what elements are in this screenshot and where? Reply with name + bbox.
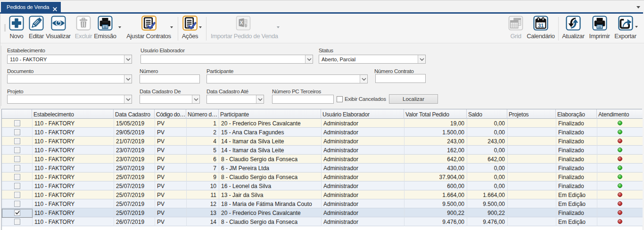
svg-text:X: X (239, 20, 243, 25)
svg-text:31: 31 (538, 23, 544, 28)
